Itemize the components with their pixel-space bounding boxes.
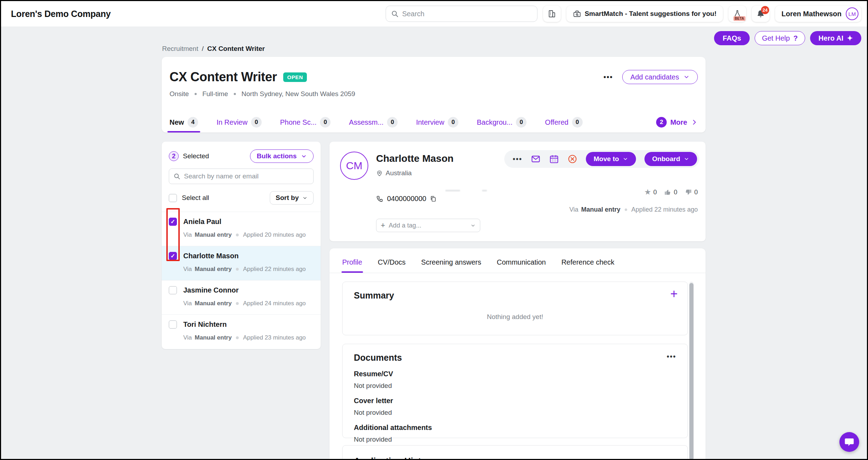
list-item-jasmine-connor[interactable]: Jasmine Connor Via Manual entry Applied … — [162, 280, 321, 314]
candidate-checkbox[interactable] — [169, 252, 177, 260]
user-menu-button[interactable]: Loren Mathewson LM — [775, 6, 861, 22]
stage-label: Interview — [416, 118, 444, 126]
search-icon — [173, 173, 180, 180]
tab-profile[interactable]: Profile — [342, 258, 362, 273]
stage-tab-phone-screen[interactable]: Phone Sc... 0 — [280, 112, 331, 132]
star-rating[interactable]: ★ 0 — [644, 188, 657, 196]
global-search-input[interactable] — [402, 10, 532, 18]
profile-scrollbar[interactable] — [689, 282, 694, 460]
applied-label: Applied 20 minutes ago — [243, 231, 306, 238]
candidate-checkbox[interactable] — [169, 218, 177, 226]
doc-label-resume: Resume/CV — [354, 370, 676, 378]
help-button-row: FAQs Get Help ? Hero AI ✦ — [714, 31, 861, 45]
documents-kebab-menu[interactable]: ••• — [667, 353, 676, 361]
application-history-section: Application History — [342, 445, 688, 460]
more-stages-label: More — [670, 118, 687, 126]
org-switcher-button[interactable] — [543, 6, 561, 22]
tab-screening-answers[interactable]: Screening answers — [421, 258, 481, 273]
dot-separator — [236, 268, 239, 271]
candidate-search-input[interactable] — [184, 172, 309, 180]
sort-by-button[interactable]: Sort by — [270, 191, 314, 205]
candidate-location: Australia — [386, 169, 412, 177]
doc-value-attachments: Not provided — [354, 436, 676, 443]
source-label: Manual entry — [195, 334, 232, 341]
move-to-button[interactable]: Move to — [586, 152, 636, 166]
more-stages-button[interactable]: 2 More — [656, 117, 698, 128]
source-label: Manual entry — [195, 231, 232, 238]
add-summary-button[interactable]: + — [670, 288, 678, 300]
hero-ai-button[interactable]: Hero AI ✦ — [810, 31, 861, 45]
stage-tab-in-review[interactable]: In Review 0 — [216, 112, 262, 132]
move-to-label: Move to — [594, 155, 619, 163]
user-avatar: LM — [846, 7, 858, 20]
candidate-kebab-menu[interactable]: ••• — [513, 155, 522, 163]
candidate-checkbox[interactable] — [169, 320, 177, 329]
labs-button[interactable]: BETA — [729, 6, 746, 22]
breadcrumb-separator: / — [202, 45, 203, 52]
reject-icon[interactable] — [567, 154, 577, 164]
copy-icon[interactable] — [430, 195, 436, 202]
stage-count: 0 — [320, 117, 331, 128]
select-all-checkbox[interactable] — [169, 194, 177, 202]
stage-tab-background[interactable]: Backgrou... 0 — [477, 112, 527, 132]
onboard-button[interactable]: Onboard — [644, 152, 697, 166]
bulk-actions-button[interactable]: Bulk actions — [250, 149, 314, 163]
scrollbar-thumb[interactable] — [689, 283, 694, 460]
stage-tab-assessment[interactable]: Assessm... 0 — [349, 112, 398, 132]
faqs-button[interactable]: FAQs — [714, 31, 749, 45]
sort-by-label: Sort by — [276, 194, 299, 202]
global-search[interactable] — [386, 6, 537, 22]
breadcrumb-recruitment[interactable]: Recruitment — [162, 45, 198, 52]
tab-communication[interactable]: Communication — [497, 258, 546, 273]
stage-label: Offered — [545, 118, 568, 126]
applied-label: Applied 23 minutes ago — [243, 334, 306, 341]
thumbs-up-count: 0 — [674, 189, 677, 196]
chevron-down-icon — [623, 156, 628, 162]
selected-label: Selected — [183, 152, 209, 160]
stage-count: 0 — [448, 117, 458, 128]
candidate-checkbox[interactable] — [169, 286, 177, 294]
candidate-name: Jasmine Connor — [183, 286, 314, 294]
add-candidates-button[interactable]: Add candidates — [622, 70, 698, 84]
add-candidates-label: Add candidates — [630, 73, 679, 81]
tab-reference-check[interactable]: Reference check — [561, 258, 614, 273]
star-icon: ★ — [644, 188, 651, 196]
calendar-icon[interactable] — [549, 154, 559, 164]
candidate-application-meta: Via Manual entry Applied 22 minutes ago — [569, 206, 698, 213]
profile-tabs: Profile CV/Docs Screening answers Commun… — [329, 248, 706, 273]
stage-tab-interview[interactable]: Interview 0 — [416, 112, 458, 132]
list-item-tori-nichtern[interactable]: Tori Nichtern Via Manual entry Applied 2… — [162, 314, 321, 349]
chat-launcher-button[interactable] — [839, 432, 859, 452]
smartmatch-button[interactable]: SmartMatch - Talent suggestions for you! — [566, 6, 723, 22]
chevron-down-icon — [470, 223, 476, 228]
add-tag-dropdown[interactable]: + Add a tag... — [376, 219, 480, 232]
candidate-search[interactable] — [169, 169, 314, 184]
source-label: Manual entry — [195, 300, 232, 307]
list-item-charlotte-mason[interactable]: Charlotte Mason Via Manual entry Applied… — [162, 246, 321, 280]
applied-label: Applied 22 minutes ago — [243, 266, 306, 273]
more-stages-count: 2 — [656, 117, 667, 128]
redacted-email — [482, 190, 487, 191]
sparkle-icon: ✦ — [847, 34, 853, 42]
via-label: Via — [183, 300, 192, 307]
tab-cv-docs[interactable]: CV/Docs — [378, 258, 406, 273]
email-icon[interactable] — [531, 154, 541, 164]
thumbs-down-rating[interactable]: 0 — [684, 188, 698, 196]
thumbs-up-rating[interactable]: 0 — [664, 188, 677, 196]
doc-label-cover-letter: Cover letter — [354, 397, 676, 405]
notifications-button[interactable]: 24 — [752, 6, 769, 22]
get-help-button[interactable]: Get Help ? — [755, 31, 805, 45]
stage-label: Assessm... — [349, 118, 384, 126]
plus-icon: + — [381, 221, 385, 230]
via-label: Via — [183, 334, 192, 341]
dot-separator — [236, 234, 239, 236]
candidate-detail-card: CM Charlotte Mason Australia ••• Move to — [329, 142, 706, 241]
via-label: Via — [183, 231, 192, 238]
stage-tab-new[interactable]: New 4 — [170, 112, 198, 132]
job-kebab-menu[interactable]: ••• — [604, 73, 613, 81]
stage-tab-offered[interactable]: Offered 0 — [545, 112, 582, 132]
job-location: North Sydney, New South Wales 2059 — [242, 90, 355, 98]
star-count: 0 — [653, 189, 657, 196]
list-item-aniela-paul[interactable]: Aniela Paul Via Manual entry Applied 20 … — [162, 212, 321, 246]
faqs-label: FAQs — [723, 34, 741, 42]
